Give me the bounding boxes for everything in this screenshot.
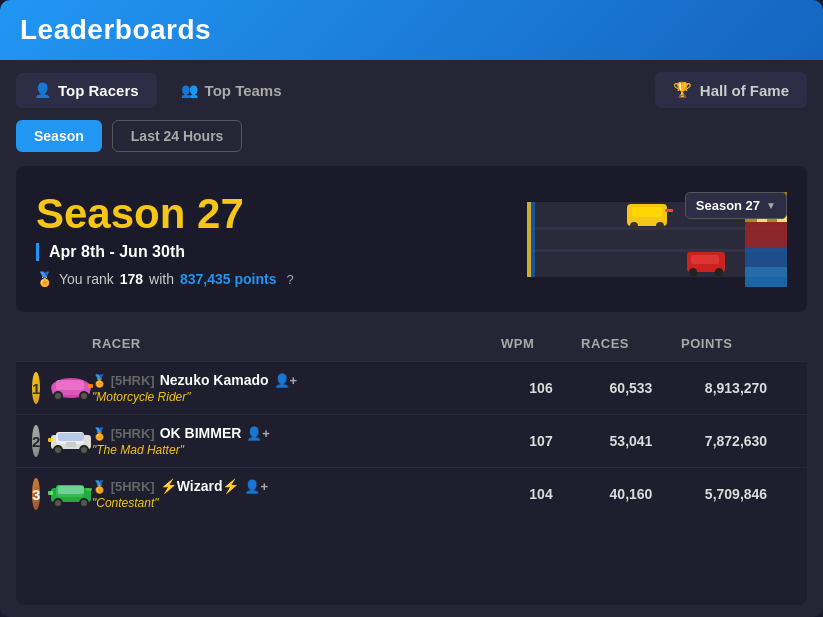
rank-points: 837,435 points	[180, 271, 277, 287]
table-header: Racer WPM Races Points	[16, 326, 807, 361]
filter-row: Season Last 24 Hours	[16, 120, 807, 152]
col-races: Races	[581, 336, 681, 351]
season-banner: Season 27 Apr 8th - Jun 30th 🏅 You rank …	[16, 166, 807, 312]
racer-name-2: 🏅 [5HRK] OK BIMMER 👤+	[92, 425, 270, 441]
team-tag-3: 🏅 [5HRK]	[92, 479, 155, 494]
racer-title-2: "The Mad Hatter"	[92, 443, 270, 457]
svg-point-6	[630, 222, 638, 230]
chevron-down-icon: ▼	[766, 200, 776, 211]
rank-cell-1: 1	[32, 372, 92, 404]
svg-rect-38	[58, 433, 84, 441]
teams-icon: 👥	[181, 82, 198, 98]
races-cell-1: 60,533	[581, 380, 681, 396]
season-dates: Apr 8th - Jun 30th	[36, 243, 487, 261]
svg-rect-44	[66, 442, 76, 447]
racer-cell-2: 🏅 [5HRK] OK BIMMER 👤+ "The Mad Hatter"	[92, 425, 501, 457]
verified-icon-1: 🏅	[92, 374, 107, 388]
rank-badge-2: 2	[32, 425, 40, 457]
rank-cell-2: 2	[32, 425, 92, 457]
racer-title-3: "Contestant"	[92, 496, 268, 510]
car-avatar-2	[48, 425, 94, 457]
rank-badge-1: 1	[32, 372, 40, 404]
tabs-row: 👤 Top Racers 👥 Top Teams 🏆 Hall of Fame	[16, 72, 807, 108]
svg-rect-8	[665, 209, 673, 212]
header: Leaderboards	[0, 0, 823, 60]
col-racer: Racer	[92, 336, 501, 351]
table-row: 2	[16, 414, 807, 467]
verified-icon-2: 🏅	[92, 427, 107, 441]
tabs-left: 👤 Top Racers 👥 Top Teams	[16, 73, 300, 108]
rank-cell-3: 3	[32, 478, 92, 510]
add-friend-icon-3[interactable]: 👤+	[244, 479, 268, 494]
car-avatar-1	[48, 372, 94, 404]
col-wpm: WPM	[501, 336, 581, 351]
car-avatar-3	[48, 478, 94, 510]
season-title: Season 27	[36, 191, 487, 237]
verified-icon-3: 🏅	[92, 480, 107, 494]
racer-title-1: "Motorcycle Rider"	[92, 390, 297, 404]
season-info: Season 27 Apr 8th - Jun 30th 🏅 You rank …	[36, 191, 487, 287]
points-cell-2: 7,872,630	[681, 433, 791, 449]
rank-icon: 🏅	[36, 271, 53, 287]
table-row: 3	[16, 467, 807, 520]
season-image: Season 27 ▼	[487, 184, 787, 294]
svg-rect-25	[745, 222, 787, 247]
car-icon-2	[48, 427, 94, 455]
races-cell-3: 40,160	[581, 486, 681, 502]
svg-point-11	[689, 268, 697, 276]
main-content: 👤 Top Racers 👥 Top Teams 🏆 Hall of Fame …	[0, 60, 823, 617]
rank-info: 🏅 You rank 178 with 837,435 points ?	[36, 271, 487, 287]
points-cell-1: 8,913,270	[681, 380, 791, 396]
racer-name-1: 🏅 [5HRK] Nezuko Kamado 👤+	[92, 372, 297, 388]
help-icon[interactable]: ?	[287, 272, 294, 287]
svg-point-12	[715, 268, 723, 276]
svg-point-7	[656, 222, 664, 230]
rank-number: 178	[120, 271, 143, 287]
car-icon-1	[48, 374, 94, 402]
car-icon-3	[48, 480, 94, 508]
racer-cell-1: 🏅 [5HRK] Nezuko Kamado 👤+ "Motorcycle Ri…	[92, 372, 501, 404]
svg-point-51	[81, 500, 87, 506]
svg-point-49	[55, 500, 61, 506]
tab-top-teams[interactable]: 👥 Top Teams	[163, 73, 300, 108]
col-rank	[32, 336, 92, 351]
tab-top-racers[interactable]: 👤 Top Racers	[16, 73, 157, 108]
racer-cell-3: 🏅 [5HRK] ⚡Wizard⚡ 👤+ "Contestant"	[92, 478, 501, 510]
hall-of-fame-button[interactable]: 🏆 Hall of Fame	[655, 72, 807, 108]
svg-rect-27	[745, 267, 787, 287]
app-container: Leaderboards 👤 Top Racers 👥 Top Teams 🏆 …	[0, 0, 823, 617]
season-dropdown[interactable]: Season 27 ▼	[685, 192, 787, 219]
svg-point-34	[81, 393, 87, 399]
svg-point-42	[81, 447, 87, 453]
add-friend-icon-2[interactable]: 👤+	[246, 426, 270, 441]
page-title: Leaderboards	[20, 14, 803, 46]
team-tag-2: 🏅 [5HRK]	[92, 426, 155, 441]
svg-rect-52	[48, 491, 53, 495]
table-row: 1	[16, 361, 807, 414]
points-cell-3: 5,709,846	[681, 486, 791, 502]
trophy-icon: 🏆	[673, 81, 692, 99]
filter-season-button[interactable]: Season	[16, 120, 102, 152]
svg-rect-10	[691, 255, 719, 264]
leaderboard-table: Racer WPM Races Points 1	[16, 326, 807, 605]
rank-badge-3: 3	[32, 478, 40, 510]
svg-rect-5	[632, 207, 662, 217]
svg-rect-43	[48, 438, 53, 442]
svg-rect-30	[56, 380, 84, 390]
add-friend-icon-1[interactable]: 👤+	[274, 373, 298, 388]
races-cell-2: 53,041	[581, 433, 681, 449]
wpm-cell-1: 106	[501, 380, 581, 396]
racer-name-3: 🏅 [5HRK] ⚡Wizard⚡ 👤+	[92, 478, 268, 494]
svg-rect-26	[745, 247, 787, 267]
svg-rect-23	[527, 202, 531, 277]
racer-info-1: 🏅 [5HRK] Nezuko Kamado 👤+ "Motorcycle Ri…	[92, 372, 297, 404]
filter-24h-button[interactable]: Last 24 Hours	[112, 120, 243, 152]
svg-point-32	[55, 393, 61, 399]
svg-rect-47	[58, 486, 84, 494]
racer-info-2: 🏅 [5HRK] OK BIMMER 👤+ "The Mad Hatter"	[92, 425, 270, 457]
svg-point-40	[55, 447, 61, 453]
col-points: Points	[681, 336, 791, 351]
wpm-cell-3: 104	[501, 486, 581, 502]
team-tag-1: 🏅 [5HRK]	[92, 373, 155, 388]
racer-icon: 👤	[34, 82, 51, 98]
